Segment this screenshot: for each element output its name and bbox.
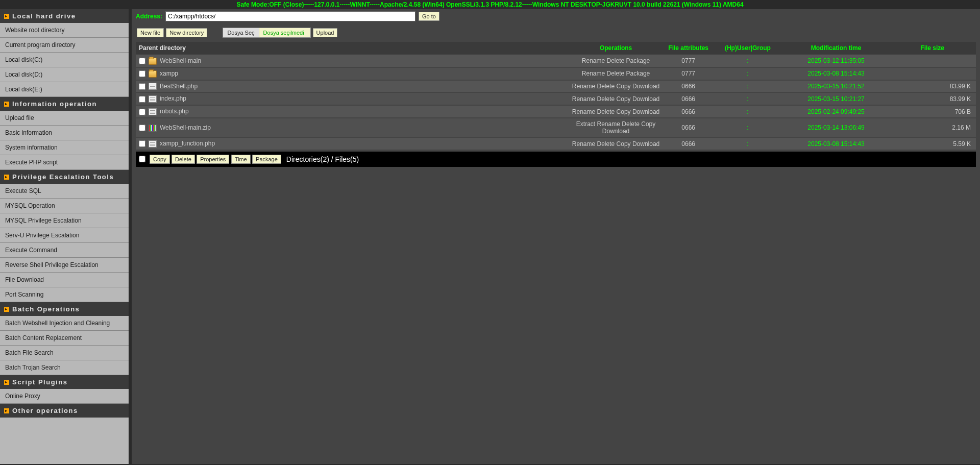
sidebar-item[interactable]: File Download bbox=[0, 273, 129, 287]
attributes-cell[interactable]: 0777 bbox=[665, 55, 712, 67]
op-download[interactable]: Download bbox=[632, 95, 659, 103]
file-name[interactable]: robots.php bbox=[160, 108, 189, 115]
sidebar-item[interactable]: Port Scanning bbox=[0, 287, 129, 302]
mtime-cell[interactable]: 2025-03-08 15:14:43 bbox=[783, 138, 889, 150]
select-all-checkbox[interactable] bbox=[139, 156, 145, 162]
new-file-button[interactable]: New file bbox=[137, 28, 164, 37]
op-rename[interactable]: Rename bbox=[582, 70, 605, 77]
arrow-right-icon: ▸ bbox=[4, 14, 9, 19]
safe-mode-close-link[interactable]: (Close) bbox=[283, 1, 304, 8]
op-delete[interactable]: Delete bbox=[607, 57, 625, 64]
sidebar-item[interactable]: Upload file bbox=[0, 111, 129, 126]
upload-button[interactable]: Upload bbox=[313, 28, 338, 37]
row-checkbox[interactable] bbox=[139, 96, 145, 103]
row-checkbox[interactable] bbox=[139, 70, 145, 77]
sidebar-item[interactable]: Execute SQL bbox=[0, 184, 129, 199]
op-delete[interactable]: Delete bbox=[597, 95, 615, 103]
mtime-cell[interactable]: 2025-02-24 09:49:25 bbox=[783, 106, 889, 117]
sidebar-section-header[interactable]: ▸Batch Operations bbox=[0, 302, 129, 316]
batch-time-button[interactable]: Time bbox=[231, 155, 251, 164]
sidebar-item[interactable]: MYSQL Operation bbox=[0, 199, 129, 213]
op-copy[interactable]: Copy bbox=[617, 95, 631, 103]
batch-properties-button[interactable]: Properties bbox=[197, 155, 229, 164]
sidebar-section-header[interactable]: ▸Privilege Escalation Tools bbox=[0, 170, 129, 184]
sidebar-item[interactable]: Local disk(D:) bbox=[0, 67, 129, 82]
sidebar-section-header[interactable]: ▸Other operations bbox=[0, 404, 129, 418]
sidebar-item[interactable]: Batch File Search bbox=[0, 346, 129, 360]
sidebar-item[interactable]: Batch Content Replacement bbox=[0, 331, 129, 346]
attributes-cell[interactable]: 0777 bbox=[665, 68, 712, 80]
sidebar-item[interactable]: Basic information bbox=[0, 126, 129, 140]
row-checkbox[interactable] bbox=[139, 125, 145, 131]
op-delete[interactable]: Delete bbox=[597, 140, 615, 148]
address-input[interactable] bbox=[165, 11, 415, 21]
file-name[interactable]: WebShell-main.zip bbox=[160, 124, 211, 131]
sidebar-item[interactable]: Execute Command bbox=[0, 243, 129, 258]
file-icon bbox=[149, 108, 157, 115]
op-rename[interactable]: Rename bbox=[572, 95, 595, 103]
op-package[interactable]: Package bbox=[626, 70, 650, 77]
op-rename[interactable]: Rename bbox=[582, 57, 605, 64]
mtime-cell[interactable]: 2025-03-15 10:21:52 bbox=[783, 81, 889, 92]
op-delete[interactable]: Delete bbox=[622, 120, 640, 128]
sidebar-item[interactable]: Current program directory bbox=[0, 38, 129, 53]
row-checkbox[interactable] bbox=[139, 109, 145, 115]
file-name[interactable]: xampp_function.php bbox=[160, 140, 215, 147]
attributes-cell[interactable]: 0666 bbox=[665, 138, 712, 150]
op-rename[interactable]: Rename bbox=[572, 108, 595, 115]
batch-copy-button[interactable]: Copy bbox=[150, 155, 170, 164]
op-delete[interactable]: Delete bbox=[597, 108, 615, 115]
file-select-button[interactable]: Dosya Seç bbox=[223, 28, 259, 37]
file-table: Parent directory Operations File attribu… bbox=[136, 41, 976, 151]
op-copy[interactable]: Copy bbox=[641, 120, 655, 128]
sidebar-item[interactable]: Batch Webshell Injection and Cleaning bbox=[0, 316, 129, 331]
batch-package-button[interactable]: Package bbox=[252, 155, 281, 164]
batch-delete-button[interactable]: Delete bbox=[172, 155, 195, 164]
sidebar-section-header[interactable]: ▸Script Plugins bbox=[0, 375, 129, 389]
attributes-cell[interactable]: 0666 bbox=[665, 118, 712, 137]
op-rename[interactable]: Rename bbox=[597, 120, 620, 128]
file-name[interactable]: WebShell-main bbox=[160, 57, 201, 64]
op-delete[interactable]: Delete bbox=[607, 70, 625, 77]
col-header-name[interactable]: Parent directory bbox=[136, 42, 567, 54]
file-name[interactable]: xampp bbox=[160, 70, 178, 77]
file-name[interactable]: BestShell.php bbox=[160, 83, 198, 90]
sidebar-item[interactable]: Serv-U Privilege Escalation bbox=[0, 228, 129, 243]
new-directory-button[interactable]: New directory bbox=[166, 28, 207, 37]
sidebar-item[interactable]: Website root directory bbox=[0, 23, 129, 38]
op-extract[interactable]: Extract bbox=[576, 120, 595, 128]
sidebar-item[interactable]: Local disk(E:) bbox=[0, 82, 129, 97]
file-name[interactable]: index.php bbox=[160, 95, 186, 102]
op-copy[interactable]: Copy bbox=[617, 108, 631, 115]
sidebar-section-header[interactable]: ▸Information operation bbox=[0, 97, 129, 111]
sidebar-section-header[interactable]: ▸Local hard drive bbox=[0, 9, 129, 23]
op-rename[interactable]: Rename bbox=[572, 140, 595, 148]
op-download[interactable]: Download bbox=[632, 83, 659, 90]
row-checkbox[interactable] bbox=[139, 140, 145, 147]
op-download[interactable]: Download bbox=[632, 108, 659, 115]
attributes-cell[interactable]: 0666 bbox=[665, 93, 712, 105]
op-download[interactable]: Download bbox=[632, 140, 659, 148]
op-download[interactable]: Download bbox=[602, 128, 629, 135]
op-copy[interactable]: Copy bbox=[617, 83, 631, 90]
sidebar-item[interactable]: Reverse Shell Privilege Escalation bbox=[0, 258, 129, 273]
op-copy[interactable]: Copy bbox=[617, 140, 631, 148]
sidebar-item[interactable]: Execute PHP script bbox=[0, 155, 129, 170]
row-checkbox[interactable] bbox=[139, 83, 145, 90]
mtime-cell[interactable]: 2025-03-15 10:21:27 bbox=[783, 93, 889, 105]
go-to-button[interactable]: Go to bbox=[419, 12, 439, 21]
sidebar-item[interactable]: Online Proxy bbox=[0, 389, 129, 404]
sidebar-item[interactable]: System information bbox=[0, 140, 129, 155]
op-delete[interactable]: Delete bbox=[597, 83, 615, 90]
mtime-cell[interactable]: 2025-03-12 11:35:05 bbox=[783, 55, 889, 67]
attributes-cell[interactable]: 0666 bbox=[665, 106, 712, 117]
row-checkbox[interactable] bbox=[139, 58, 145, 64]
sidebar-item[interactable]: MYSQL Privilege Escalation bbox=[0, 213, 129, 228]
mtime-cell[interactable]: 2025-03-14 13:06:49 bbox=[783, 118, 889, 137]
op-package[interactable]: Package bbox=[626, 57, 650, 64]
op-rename[interactable]: Rename bbox=[572, 83, 595, 90]
sidebar-item[interactable]: Local disk(C:) bbox=[0, 53, 129, 67]
attributes-cell[interactable]: 0666 bbox=[665, 81, 712, 92]
sidebar-item[interactable]: Batch Trojan Search bbox=[0, 360, 129, 375]
mtime-cell[interactable]: 2025-03-08 15:14:43 bbox=[783, 68, 889, 80]
